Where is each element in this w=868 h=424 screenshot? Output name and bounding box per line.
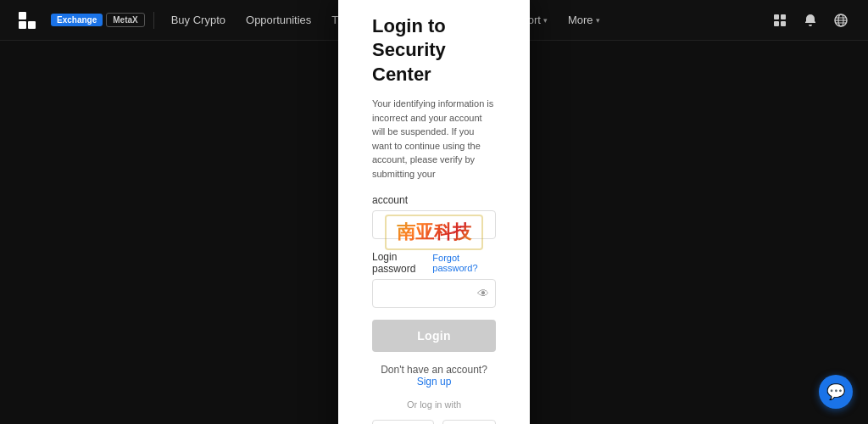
nav-divider (153, 12, 154, 29)
signup-text: Don't have an account? (381, 364, 487, 376)
logo[interactable] (14, 11, 41, 30)
card-description: Your identifying information is incorrec… (372, 97, 496, 181)
card-title: Login to Security Center (372, 14, 496, 87)
account-label: account (372, 194, 496, 206)
nav-more-chevron: ▾ (596, 16, 600, 25)
login-button[interactable]: Login (372, 320, 496, 352)
password-label: Login password (372, 251, 432, 275)
svg-rect-0 (774, 14, 779, 20)
exchange-badge[interactable]: Exchange (51, 14, 103, 26)
svg-rect-1 (781, 14, 786, 20)
password-input-wrapper: 👁 (372, 279, 496, 308)
bell-icon-btn[interactable] (797, 7, 824, 34)
signup-row: Don't have an account? Sign up (372, 364, 496, 388)
social-buttons: ✈ Telegram G Google (372, 420, 496, 424)
svg-rect-3 (781, 21, 786, 26)
nav-more-label: More (568, 14, 593, 26)
nav-buy-crypto[interactable]: Buy Crypto (163, 8, 234, 31)
telegram-button[interactable]: ✈ Telegram (372, 420, 434, 424)
password-field-row: Login password Forgot password? (372, 251, 496, 275)
svg-rect-2 (774, 21, 779, 26)
globe-icon-btn[interactable] (827, 7, 854, 34)
account-input-wrapper (372, 210, 496, 239)
main-content: 南亚科技 Login to Security Center Your ident… (0, 41, 868, 424)
nav-opportunities[interactable]: Opportunities (237, 8, 320, 31)
grid-icon-btn[interactable] (766, 7, 793, 34)
account-input[interactable] (372, 210, 496, 239)
nav-more[interactable]: More ▾ (559, 8, 609, 31)
chat-fab[interactable]: 💬 (819, 375, 853, 409)
nav-icon-group (766, 7, 854, 34)
signup-link[interactable]: Sign up (417, 376, 452, 388)
or-text: Or log in with (372, 399, 496, 410)
eye-icon[interactable]: 👁 (477, 287, 489, 300)
nav-support-chevron: ▾ (543, 16, 548, 25)
login-card: Login to Security Center Your identifyin… (338, 0, 530, 424)
metax-badge[interactable]: MetaX (106, 13, 144, 27)
forgot-password-link[interactable]: Forgot password? (432, 253, 496, 273)
google-button[interactable]: G Google (442, 420, 496, 424)
logo-icon (14, 11, 41, 30)
